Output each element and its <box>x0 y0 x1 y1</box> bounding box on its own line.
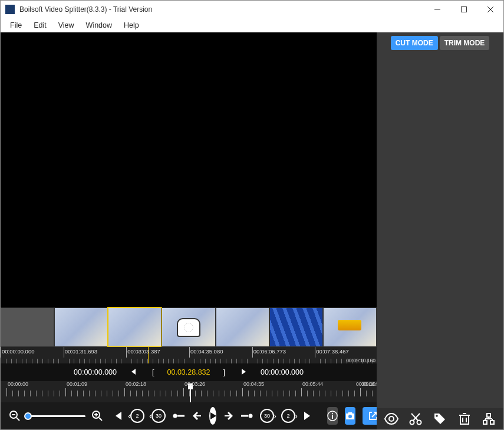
thumbnail[interactable] <box>1 307 54 347</box>
frame-forward-button[interactable] <box>223 408 233 424</box>
fine-ruler-label: 00:03:26 <box>185 381 205 387</box>
thumbnail[interactable] <box>216 307 269 347</box>
tab-cut-mode[interactable]: CUT MODE <box>391 36 438 50</box>
svg-rect-32 <box>490 421 494 424</box>
svg-point-19 <box>389 416 394 421</box>
range-start-prev-icon[interactable] <box>127 368 139 377</box>
svg-rect-17 <box>332 415 333 419</box>
svg-rect-12 <box>177 415 185 417</box>
menubar: File Edit View Window Help <box>1 18 503 32</box>
thumbnail[interactable] <box>323 307 377 347</box>
ruler-label: 00:01:31.693 <box>65 348 97 355</box>
range-bar: 00:00:00.000 [ 00.03.28.832 ] 00:00:00.0… <box>1 363 377 381</box>
current-time: 00.03.28.832 <box>167 368 210 376</box>
svg-line-8 <box>99 418 102 421</box>
bracket-close[interactable]: ] <box>221 368 228 376</box>
range-end-time: 00:00:00.000 <box>261 368 304 376</box>
fine-ruler-label: 00:05:44 <box>302 381 323 387</box>
back-30s-button[interactable]: 30 <box>151 408 166 424</box>
minimize-button[interactable] <box>424 1 450 18</box>
merge-button[interactable] <box>480 411 498 427</box>
tag-button[interactable] <box>431 411 449 427</box>
keyframe-next-button[interactable] <box>240 408 253 424</box>
fine-ruler-label: 00:06:53 <box>361 381 377 387</box>
svg-point-13 <box>249 414 253 418</box>
thumbnail[interactable] <box>54 307 108 347</box>
bottom-toolbar: 2 30 <box>1 402 377 429</box>
ruler-label: 00:04:35.080 <box>190 348 223 355</box>
thumbnail[interactable] <box>162 307 215 347</box>
svg-point-16 <box>332 413 333 414</box>
fine-ruler-label: 00:00:00 <box>8 381 28 387</box>
delete-button[interactable] <box>456 411 473 427</box>
svg-point-24 <box>436 415 439 417</box>
ruler-label: 00:00:00.000 <box>2 348 34 355</box>
ruler-label: 00:06:06.773 <box>253 348 286 355</box>
range-end-next-icon[interactable] <box>238 368 250 377</box>
prev-track-button[interactable] <box>113 408 123 424</box>
timeline-ruler-fine[interactable]: 00:09:10 00:00:0000:01:0900:02:1800:03:2… <box>1 381 377 402</box>
menu-view[interactable]: View <box>52 21 80 29</box>
zoom-out-button[interactable] <box>6 408 23 424</box>
svg-line-5 <box>17 418 19 421</box>
range-start-time: 00:00:00.000 <box>74 368 117 376</box>
svg-point-11 <box>173 414 177 418</box>
video-preview[interactable] <box>1 32 377 307</box>
thumbnail-strip[interactable] <box>1 307 377 347</box>
thumbnail[interactable] <box>269 307 323 347</box>
keyframe-prev-button[interactable] <box>173 408 186 424</box>
fine-ruler-label: 00:04:35 <box>243 381 264 387</box>
svg-point-20 <box>410 421 414 425</box>
thumbnail-selected[interactable] <box>108 307 162 347</box>
preview-clip-button[interactable] <box>383 411 400 427</box>
ruler-end-label: 00:09:10.160 <box>346 358 375 363</box>
svg-point-18 <box>348 415 352 418</box>
titlebar: Boilsoft Video Splitter(8.3.3) - Trial V… <box>1 1 503 18</box>
side-actions <box>377 408 503 429</box>
video-area: 00:09:10.160 00:00:00.00000:01:31.69300:… <box>1 32 377 429</box>
menu-file[interactable]: File <box>4 21 28 29</box>
cut-button[interactable] <box>407 411 424 427</box>
fine-ruler-label: 00:02:18 <box>126 381 146 387</box>
clip-list <box>377 54 503 408</box>
zoom-in-button[interactable] <box>89 408 106 424</box>
forward-30s-button[interactable]: 30 <box>260 408 274 424</box>
snapshot-button[interactable] <box>345 407 355 425</box>
svg-rect-1 <box>461 7 466 12</box>
maximize-button[interactable] <box>450 1 477 18</box>
zoom-slider-knob[interactable] <box>24 412 32 420</box>
frame-back-button[interactable] <box>193 408 202 424</box>
zoom-slider[interactable] <box>27 415 85 417</box>
svg-rect-25 <box>460 415 469 424</box>
close-button[interactable] <box>477 1 503 18</box>
menu-help[interactable]: Help <box>118 21 145 29</box>
forward-2min-button[interactable]: 2 <box>281 408 295 424</box>
svg-rect-30 <box>487 414 490 417</box>
bracket-open[interactable]: [ <box>150 368 156 376</box>
svg-rect-31 <box>483 421 487 424</box>
app-icon <box>5 5 15 14</box>
side-panel: CUT MODE TRIM MODE <box>377 32 503 429</box>
ruler-label: 00:03:03.387 <box>127 348 160 355</box>
tab-trim-mode[interactable]: TRIM MODE <box>440 36 490 50</box>
menu-edit[interactable]: Edit <box>28 21 52 29</box>
info-button[interactable] <box>327 407 338 425</box>
timeline-ruler-main[interactable]: 00:09:10.160 00:00:00.00000:01:31.69300:… <box>1 347 377 363</box>
svg-rect-14 <box>241 415 248 417</box>
back-2min-button[interactable]: 2 <box>130 408 144 424</box>
play-button[interactable] <box>209 407 216 425</box>
fine-ruler-label: 00:01:09 <box>67 381 87 387</box>
menu-window[interactable]: Window <box>80 21 118 29</box>
window-title: Boilsoft Video Splitter(8.3.3) - Trial V… <box>19 5 424 14</box>
ruler-label: 00:07:38.467 <box>316 348 348 355</box>
svg-point-21 <box>417 421 421 425</box>
next-track-button[interactable] <box>302 408 313 424</box>
